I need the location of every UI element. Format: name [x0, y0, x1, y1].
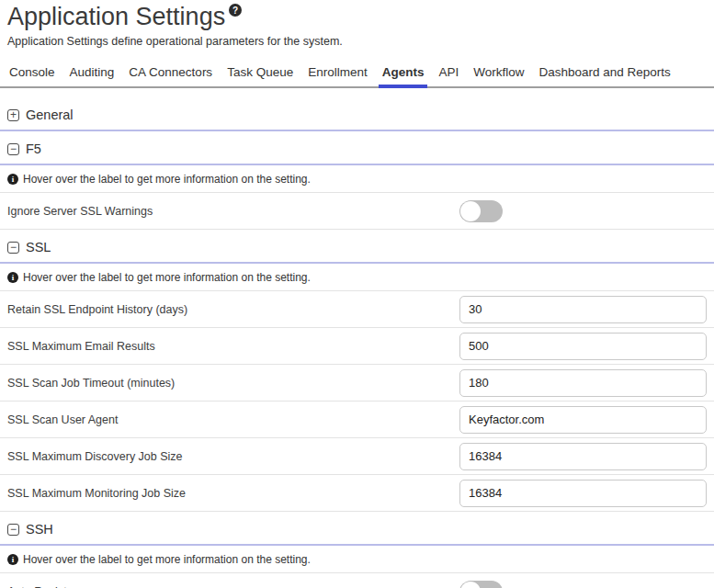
setting-row: Ignore Server SSL Warnings	[0, 193, 714, 230]
info-note-text: Hover over the label to get more informa…	[23, 173, 311, 186]
section: − SSH i Hover over the label to get more…	[0, 512, 714, 588]
setting-input[interactable]	[459, 369, 707, 397]
tab-agents[interactable]: Agents	[375, 60, 432, 86]
section-header-ssl[interactable]: − SSL	[0, 230, 714, 264]
info-note: i Hover over the label to get more infor…	[0, 546, 714, 573]
setting-control	[459, 296, 707, 323]
tab-task-queue[interactable]: Task Queue	[220, 60, 300, 86]
setting-label: Ignore Server SSL Warnings	[7, 205, 459, 218]
section-header-general[interactable]: + General	[0, 97, 714, 131]
tab-api[interactable]: API	[431, 60, 466, 86]
page-header: Application Settings ?	[0, 0, 714, 31]
setting-control	[459, 200, 707, 222]
application-settings-page: Application Settings ? Application Setti…	[0, 0, 714, 588]
setting-label: SSL Scan User Agent	[7, 413, 459, 426]
section-body: i Hover over the label to get more infor…	[0, 546, 714, 588]
section: + General	[0, 97, 714, 131]
setting-input[interactable]	[459, 333, 707, 360]
toggle-knob	[460, 582, 481, 588]
setting-row: SSL Maximum Monitoring Job Size	[0, 475, 714, 512]
setting-input[interactable]	[459, 296, 707, 323]
section-header-f5[interactable]: − F5	[0, 131, 714, 165]
section: − F5 i Hover over the label to get more …	[0, 131, 714, 230]
collapse-icon[interactable]: −	[7, 242, 19, 254]
toggle-knob	[460, 201, 481, 221]
tab-enrollment[interactable]: Enrollment	[300, 60, 375, 86]
tab-ca-connectors[interactable]: CA Connectors	[121, 60, 220, 86]
info-note-text: Hover over the label to get more informa…	[23, 553, 311, 566]
setting-control	[459, 333, 707, 360]
collapse-icon[interactable]: −	[7, 143, 19, 155]
setting-row: SSL Maximum Discovery Job Size	[0, 438, 714, 475]
info-note-text: Hover over the label to get more informa…	[23, 271, 311, 284]
info-note: i Hover over the label to get more infor…	[0, 264, 714, 291]
tab-console[interactable]: Console	[2, 60, 62, 86]
setting-input[interactable]	[459, 480, 707, 507]
info-note: i Hover over the label to get more infor…	[0, 165, 714, 193]
setting-row: Retain SSL Endpoint History (days)	[0, 291, 714, 328]
setting-label: SSL Scan Job Timeout (minutes)	[7, 377, 459, 390]
setting-input[interactable]	[459, 406, 707, 434]
setting-control	[459, 406, 707, 434]
page-title: Application Settings	[7, 2, 225, 31]
tab-auditing[interactable]: Auditing	[62, 60, 122, 86]
section: − SSL i Hover over the label to get more…	[0, 230, 714, 512]
info-icon: i	[7, 554, 18, 565]
setting-label: Auto Register	[7, 585, 459, 588]
tab-dashboard-and-reports[interactable]: Dashboard and Reports	[532, 60, 678, 86]
tabs: ConsoleAuditingCA ConnectorsTask QueueEn…	[0, 60, 714, 88]
section-title: F5	[26, 141, 41, 156]
setting-control	[459, 581, 707, 588]
setting-row: SSL Maximum Email Results	[0, 328, 714, 365]
section-header-ssh[interactable]: − SSH	[0, 512, 714, 546]
info-icon: i	[7, 272, 18, 283]
page-subtitle: Application Settings define operational …	[0, 31, 714, 48]
section-title: SSL	[26, 240, 51, 254]
sections: + General − F5 i Hover over the label to…	[0, 97, 714, 588]
setting-input[interactable]	[459, 443, 707, 470]
setting-row: Auto Register	[0, 573, 714, 588]
toggle-switch[interactable]	[459, 581, 503, 588]
setting-label: SSL Maximum Email Results	[7, 340, 459, 353]
setting-row: SSL Scan User Agent	[0, 401, 714, 438]
setting-row: SSL Scan Job Timeout (minutes)	[0, 365, 714, 401]
section-title: General	[26, 107, 74, 122]
setting-label: SSL Maximum Monitoring Job Size	[7, 487, 459, 500]
section-body: i Hover over the label to get more infor…	[0, 165, 714, 230]
setting-control	[459, 480, 707, 507]
setting-control	[459, 369, 707, 397]
collapse-icon[interactable]: −	[7, 524, 19, 536]
expand-icon[interactable]: +	[7, 109, 19, 121]
info-icon: i	[7, 174, 18, 185]
setting-label: SSL Maximum Discovery Job Size	[7, 450, 459, 463]
section-title: SSH	[26, 522, 53, 537]
section-body: i Hover over the label to get more infor…	[0, 264, 714, 512]
setting-label: Retain SSL Endpoint History (days)	[7, 303, 459, 316]
tab-workflow[interactable]: Workflow	[466, 60, 531, 86]
help-icon[interactable]: ?	[229, 4, 242, 17]
toggle-switch[interactable]	[459, 200, 503, 222]
setting-control	[459, 443, 707, 470]
